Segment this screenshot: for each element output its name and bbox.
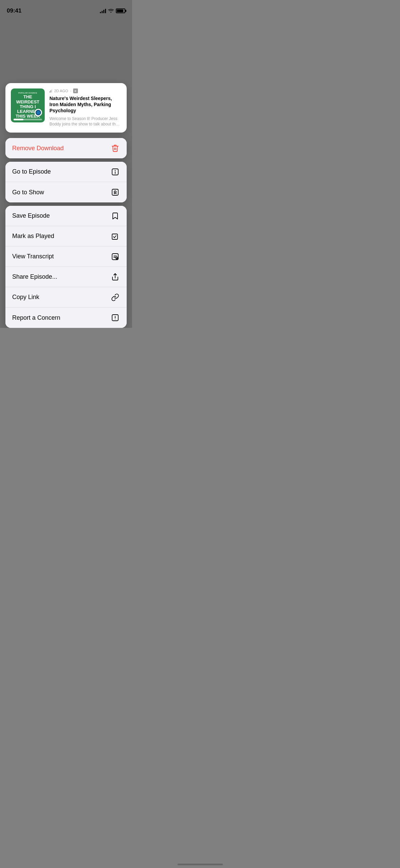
episode-signal-icon: [49, 89, 52, 93]
go-to-show-label: Go to Show: [12, 189, 44, 196]
bookmark-icon: [110, 211, 120, 221]
view-transcript-label: View Transcript: [12, 253, 54, 260]
status-bar: 09:41: [0, 0, 132, 17]
svg-point-4: [114, 191, 116, 193]
battery-icon: [116, 8, 125, 13]
link-icon: [110, 293, 120, 302]
artwork-eye-icon: [35, 109, 42, 116]
episode-meta: 2D AGO · E: [49, 88, 121, 93]
exclamation-icon: [110, 313, 120, 322]
explicit-badge: E: [73, 88, 78, 93]
signal-icon: [100, 8, 106, 13]
remove-download-button[interactable]: Remove Download: [5, 138, 127, 158]
artwork-progress-bar: [14, 119, 42, 120]
save-episode-label: Save Episode: [12, 212, 50, 219]
go-to-episode-button[interactable]: Go to Episode: [5, 162, 127, 182]
status-time: 09:41: [7, 7, 21, 14]
svg-rect-3: [112, 189, 118, 195]
report-concern-label: Report a Concern: [12, 314, 60, 321]
share-episode-button[interactable]: Share Episode...: [5, 267, 127, 287]
share-episode-label: Share Episode...: [12, 273, 57, 280]
svg-rect-5: [112, 234, 118, 239]
context-menu-group-1: Remove Download: [5, 138, 127, 158]
episode-age: 2D AGO: [54, 89, 68, 93]
context-menu-group-2: Go to Episode Go to Show: [5, 162, 127, 202]
mark-as-played-button[interactable]: Mark as Played: [5, 226, 127, 246]
transcript-icon: [110, 252, 120, 261]
status-icons: [100, 8, 125, 14]
copy-link-button[interactable]: Copy Link: [5, 287, 127, 308]
context-menu-group-3: Save Episode Mark as Played View Transcr…: [5, 206, 127, 328]
info-circle-icon: [110, 167, 120, 177]
episode-info: 2D AGO · E Nature's Weirdest Sleepers, I…: [49, 88, 121, 127]
podcast-icon: [110, 188, 120, 197]
episode-artwork: POPULAR SCIENCE THEWEIRDESTTHING ILEARNE…: [11, 88, 45, 122]
wifi-icon: [108, 8, 114, 14]
episode-title: Nature's Weirdest Sleepers, Iron Maiden …: [49, 95, 121, 114]
episode-card: POPULAR SCIENCE THEWEIRDESTTHING ILEARNE…: [5, 83, 127, 133]
trash-icon: [110, 143, 120, 153]
remove-download-label: Remove Download: [12, 145, 64, 152]
copy-link-label: Copy Link: [12, 294, 39, 301]
episode-description: Welcome to Season 8! Producer Jess Boddy…: [49, 116, 121, 127]
svg-point-11: [115, 319, 115, 319]
save-episode-button[interactable]: Save Episode: [5, 206, 127, 226]
go-to-episode-label: Go to Episode: [12, 168, 51, 175]
checkmark-square-icon: [110, 232, 120, 241]
go-to-show-button[interactable]: Go to Show: [5, 182, 127, 202]
view-transcript-button[interactable]: View Transcript: [5, 246, 127, 267]
artwork-brand: POPULAR SCIENCE: [18, 92, 37, 94]
report-concern-button[interactable]: Report a Concern: [5, 308, 127, 328]
mark-as-played-label: Mark as Played: [12, 233, 54, 240]
share-icon: [110, 272, 120, 282]
